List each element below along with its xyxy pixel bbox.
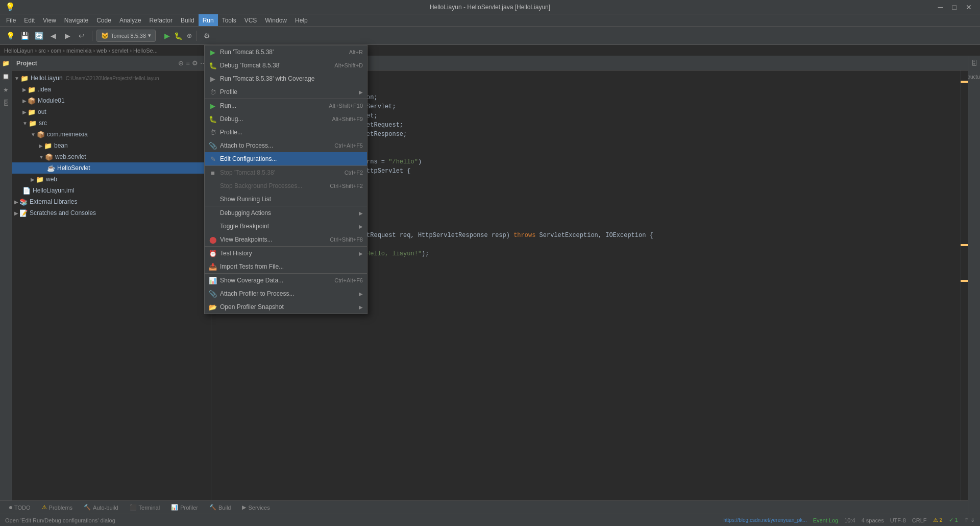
project-panel-gear[interactable]: ⚙ — [192, 59, 198, 67]
toolbar-save[interactable]: 💾 — [18, 30, 31, 42]
git-link[interactable]: https://blog.csdn.net/yerenyuan_pk... — [723, 517, 806, 523]
project-icon[interactable]: 📁 — [1, 58, 11, 68]
project-panel-collapse[interactable]: ≡ — [186, 59, 190, 67]
encoding-indicator[interactable]: UTF-8 — [890, 517, 906, 523]
build-btn[interactable]: 🔨 Build — [204, 502, 236, 513]
database-right-icon[interactable]: 🗄 — [969, 58, 979, 68]
menu-navigate[interactable]: Navigate — [60, 14, 92, 26]
todo-btn[interactable]: TODO — [4, 502, 36, 513]
breadcrumb-part-2[interactable]: src — [38, 47, 46, 54]
run-tomcat-item[interactable]: ▶ Run 'Tomcat 8.5.38' Alt+R — [205, 45, 367, 59]
toolbar-divider-3 — [196, 31, 197, 41]
tree-item-hellolia[interactable]: ▼ 📁 HelloLiayun C:\Users\32120\IdeaProje… — [12, 73, 211, 84]
open-profiler-item[interactable]: 📂 Open Profiler Snapshot ▶ — [205, 300, 367, 314]
debug-dots-item[interactable]: 🐛 Debug... Alt+Shift+F9 — [205, 112, 367, 126]
right-scroll-gutter[interactable] — [961, 70, 968, 514]
tree-item-helloservlet[interactable]: ☕ HelloServlet — [12, 162, 211, 174]
toolbar-coverage-button[interactable]: ⊕ — [187, 32, 192, 39]
toolbar-debug-button[interactable]: 🐛 — [174, 32, 183, 40]
toolbar-forward[interactable]: ▶ — [61, 30, 74, 42]
show-running-item[interactable]: Show Running List — [205, 193, 367, 206]
position-indicator[interactable]: 10:4 — [844, 517, 855, 523]
services-btn[interactable]: ▶ Services — [237, 502, 275, 513]
tree-item-src[interactable]: ▼ 📁 src — [12, 117, 211, 129]
problems-btn[interactable]: ⚠ Problems — [37, 502, 78, 513]
menu-code[interactable]: Code — [92, 14, 115, 26]
test-history-item[interactable]: ⏰ Test History ▶ — [205, 247, 367, 260]
run-dots-item[interactable]: ▶ Run... Alt+Shift+F10 — [205, 99, 367, 112]
breadcrumb-part-3[interactable]: com — [51, 47, 62, 54]
structure-right-icon[interactable]: Structure — [969, 71, 979, 82]
menu-analyze[interactable]: Analyze — [115, 14, 145, 26]
toolbar-settings[interactable]: ⚙ — [201, 30, 213, 42]
project-panel-locate[interactable]: ⊕ — [178, 59, 184, 67]
import-tests-icon: 📥 — [209, 262, 217, 271]
menu-help[interactable]: Help — [291, 14, 312, 26]
toolbar-refresh[interactable]: 🔄 — [33, 30, 45, 42]
edit-config-item[interactable]: ✎ Edit Configurations... — [205, 152, 367, 165]
profile-item[interactable]: ⏱ Profile ▶ — [205, 85, 367, 99]
indent-indicator[interactable]: 4 spaces — [862, 517, 884, 523]
tree-item-idea[interactable]: ▶ 📁 .idea — [12, 84, 211, 95]
tree-item-iml[interactable]: 📄 HelloLiayun.iml — [12, 185, 211, 196]
run-config-selector[interactable]: 🐱 Tomcat 8.5.38 ▾ — [96, 30, 156, 42]
menu-run[interactable]: Run — [199, 14, 218, 26]
tree-item-module01[interactable]: ▶ 📦 Module01 — [12, 95, 211, 106]
profiler-btn[interactable]: 📊 Profiler — [166, 502, 203, 513]
toolbar-project-icon[interactable]: 💡 — [4, 30, 16, 42]
menu-refactor[interactable]: Refactor — [145, 14, 177, 26]
tree-item-bean[interactable]: ▶ 📁 bean — [12, 140, 211, 151]
show-coverage-item[interactable]: 📊 Show Coverage Data... Ctrl+Alt+F6 — [205, 274, 367, 287]
favorites-icon[interactable]: ★ — [1, 85, 11, 95]
tree-item-servlet[interactable]: ▼ 📦 web.servlet — [12, 151, 211, 162]
test-history-label: Test History — [220, 250, 252, 257]
menu-tools[interactable]: Tools — [218, 14, 240, 26]
debugging-actions-item[interactable]: Debugging Actions ▶ — [205, 206, 367, 220]
breadcrumb-part-1[interactable]: HelloLiayun — [4, 47, 33, 54]
breadcrumb-part-6[interactable]: servlet — [112, 47, 128, 54]
terminal-btn[interactable]: ⬛ Terminal — [125, 502, 165, 513]
todo-label: TODO — [14, 505, 31, 511]
tree-item-scratches[interactable]: ▶ 📝 Scratches and Consoles — [12, 207, 211, 219]
menu-file[interactable]: File — [2, 14, 20, 26]
database-icon[interactable]: 🗄 — [1, 98, 11, 108]
toolbar-run-button[interactable]: ▶ — [164, 32, 170, 40]
view-breakpoints-item[interactable]: ⬤ View Breakpoints... Ctrl+Shift+F8 — [205, 233, 367, 246]
run-coverage-item[interactable]: ▶ Run 'Tomcat 8.5.38' with Coverage — [205, 72, 367, 85]
structure-icon[interactable]: 🔲 — [1, 71, 11, 82]
event-log[interactable]: Event Log — [813, 517, 839, 523]
project-panel: Project ⊕ ≡ ⚙ ⋯ ▼ 📁 HelloLiayun C:\Users… — [12, 56, 211, 514]
minimize-button[interactable]: ─ — [935, 2, 946, 12]
toolbar-back[interactable]: ◀ — [47, 30, 59, 42]
toolbar-undo[interactable]: ↩ — [76, 30, 88, 42]
profile-dots-item[interactable]: ⏱ Profile... — [205, 126, 367, 139]
breadcrumb-part-5[interactable]: web — [96, 47, 107, 54]
menu-vcs[interactable]: VCS — [240, 14, 261, 26]
menu-view[interactable]: View — [39, 14, 60, 26]
checks-indicator[interactable]: ✓ 1 — [949, 517, 958, 523]
attach-profiler-label: Attach Profiler to Process... — [220, 290, 294, 297]
attach-process-item[interactable]: 📎 Attach to Process... Ctrl+Alt+F5 — [205, 139, 367, 152]
arrows-indicator[interactable]: ⇑ ⇓ — [964, 517, 975, 523]
tree-item-extlibs[interactable]: ▶ 📚 External Libraries — [12, 196, 211, 207]
breadcrumb-part-7[interactable]: HelloSe... — [133, 47, 158, 54]
warnings-indicator[interactable]: ⚠ 2 — [933, 517, 943, 523]
tree-item-com[interactable]: ▼ 📦 com.meimeixia — [12, 129, 211, 140]
maximize-button[interactable]: □ — [949, 2, 960, 12]
line-ending-indicator[interactable]: CRLF — [912, 517, 927, 523]
debug-tomcat-item[interactable]: 🐛 Debug 'Tomcat 8.5.38' Alt+Shift+D — [205, 59, 367, 72]
close-button[interactable]: ✕ — [963, 2, 975, 12]
attach-profiler-item[interactable]: 📎 Attach Profiler to Process... ▶ — [205, 287, 367, 300]
window-controls[interactable]: ─ □ ✕ — [935, 2, 975, 12]
toggle-bp-arrow: ▶ — [359, 224, 363, 229]
run-menu-section-2: ▶ Run... Alt+Shift+F10 🐛 Debug... Alt+Sh… — [205, 99, 367, 165]
toggle-breakpoint-item[interactable]: Toggle Breakpoint ▶ — [205, 220, 367, 233]
tree-item-web[interactable]: ▶ 📁 web — [12, 174, 211, 185]
tree-item-out[interactable]: ▶ 📁 out — [12, 106, 211, 117]
menu-window[interactable]: Window — [261, 14, 291, 26]
menu-edit[interactable]: Edit — [20, 14, 39, 26]
menu-build[interactable]: Build — [177, 14, 199, 26]
import-tests-item[interactable]: 📥 Import Tests from File... — [205, 260, 367, 273]
auto-build-btn[interactable]: 🔨 Auto-build — [79, 502, 124, 513]
breadcrumb-part-4[interactable]: meimeixia — [66, 47, 92, 54]
